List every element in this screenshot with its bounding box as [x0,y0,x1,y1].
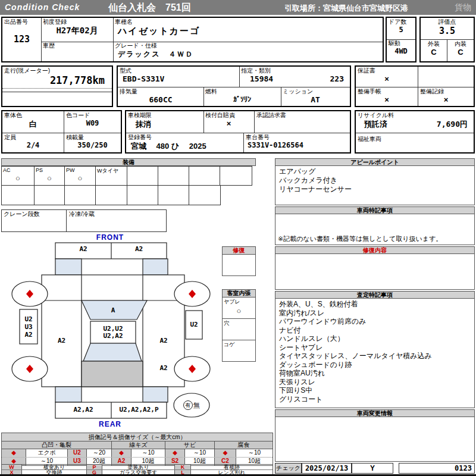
welfare-label: 福祉車両 [356,135,474,143]
model-label: 車種名 [113,18,385,26]
equipment-cell-ps: PS ○ [34,166,65,186]
special-notes-disclaimer: ※記載のない書類・機器等は無しとして取り扱います。 [278,234,442,243]
assessment-header: 査定特記事項 [275,291,475,299]
condition-check-sheet: Condition Check 仙台入札会 751回 引取場所：宮城県仙台市宮城… [0,0,476,476]
approval-label: 承認請求書 [255,111,350,119]
equipment-cell-pw: PW ○ [64,166,96,186]
documents-box: 保証書 × 整備手帳 × 整備記録 × [355,65,475,107]
equipment-label: Wタイヤ [96,167,127,176]
equipment-mark: ○ [2,174,34,183]
assessment-item: ハンドルスレ（大） [279,334,471,343]
equipment-cell-empty [1,185,35,205]
spare-tire-has-circled: 有 [183,400,193,410]
diagram-left-door: A2 [42,337,82,345]
inspection-expiry-cell: 車検期限 抹消 [126,111,203,133]
warranty-value: × [356,74,418,83]
diagram-left-panel-code: A2 [20,331,37,339]
capacity-label: 定員 [2,133,64,141]
fuel-cell: 燃料 ｶﾞｿﾘﾝ [203,87,281,106]
mark-desc: 看板跡 [191,465,273,469]
assessment-item: グリスコート [279,395,471,404]
registration-box: 車検期限 抹消 検付自賠責 × 承認請求書 登録番号 宮城 480 ひ 2025… [125,110,351,154]
check-label-cell: チェック [275,463,302,474]
assessment-item: シートヤブレ [279,343,471,352]
history-label: 車歴 [41,42,113,49]
mark-desc: 板金あり [22,465,87,469]
assessment-item: パワーウインドウ前席のみ [279,317,471,326]
legend-desc: エクボ [26,449,68,457]
equipment-label: PS [35,167,64,174]
type-label: 型式 [118,67,239,74]
inspection-expiry-value: 抹消 [126,119,203,130]
interior-value: C [447,48,474,57]
legend-title: 損傷記号＆損傷サイズ（～最大cm） [2,433,273,441]
class-label: 指定・類別 [239,67,352,74]
appeal-item: リヤコーナーセンサー [279,185,471,194]
recycle-status: 預託済 [364,119,387,130]
maintenance-book-value: × [356,95,418,104]
fuel-label: 燃料 [203,87,281,95]
approval-cell: 承認請求書 [255,111,350,133]
crane-fridge-box: クレーン段数 冷凍/冷蔵 [1,209,167,232]
equipment-cell-empty [64,185,96,205]
mark-code: W [2,465,22,469]
legend-size: ～10 [236,449,273,457]
insurance-label: 検付自賠責 [203,111,254,119]
transmission-cell: ミッション AT [281,87,350,106]
header-bar: Condition Check 仙台入札会 751回 引取場所：宮城県仙台市宮城… [0,0,476,15]
warranty-cell: 保証書 × [356,67,418,87]
vehicle-table: 出品番号 123 初度登録 H27年02月 車歴 車種名 ハイゼットカーゴ グレ… [1,17,384,62]
diagram-rear-label: REAR [89,420,131,428]
insurance-value: × [203,119,254,128]
interior-label: 内装 [447,40,474,48]
drive-value: 4WD [387,47,415,55]
color-code-value: W09 [64,119,121,127]
insurance-cell: 検付自賠責 × [203,111,254,133]
check-inspector-cell: Y [352,463,393,474]
fuel-value: ｶﾞｿﾘﾝ [203,95,281,104]
diagram-left-panel-code: U3 [20,323,37,331]
repair-mini-body [222,255,256,276]
diagram-front-bumper-right: A2 [111,245,167,253]
drive-label: 駆動 [387,39,415,47]
spare-tire-none: 無 [193,401,200,410]
cabin-lining-header: 客室内張 [222,289,256,298]
equipment-label: PW [65,167,95,174]
chassis-number-cell: 車台番号 S331V-0126564 [244,133,350,152]
exterior-value: C [421,48,447,57]
first-registration-cell: 初度登録 H27年02月 [41,18,113,42]
diagram-roof-line2: U2,A2 [90,332,136,340]
registration-number-label: 登録番号 [126,133,243,141]
equipment-mark: ○ [65,174,95,183]
repair-mini-header: 修復 [222,246,256,255]
diagram-left-panel: U2 U3 A2 [20,315,37,339]
exterior-cell: 外装 C [421,40,447,61]
history-cell: 車歴 [41,42,113,61]
cabin-hole-label: 穴 [223,319,255,328]
special-notes-header: 車両特記事項 [275,206,475,214]
load-label: 積載量 [64,133,121,141]
maintenance-record-cell: 整備記録 × [418,87,474,106]
grade-cell: グレード・仕様 デラックス ４ＷＤ [113,42,385,61]
appeal-header: アピールポイント [275,158,475,166]
legend-code: U2 [68,449,87,457]
recycle-label: リサイクル料 [356,111,474,119]
transmission-label: ミッション [281,87,350,95]
cabin-tear-label: ヤブレ [223,298,255,306]
doors-value: 5 [387,26,415,34]
appeal-item: エアバッグ [279,167,471,176]
legend-size: ～10 [185,449,215,457]
maintenance-book-label: 整備手帳 [356,87,418,95]
body-color-value: 白 [2,119,64,130]
assessment-item: 外装A、U、S、鉄粉付着 [279,300,471,309]
equipment-cell-empty [127,166,158,186]
change-info-body [275,417,475,462]
special-notes-body: ※記載のない書類・機器等は無しとして取り扱います。 [275,214,475,245]
assessment-body: 外装A、U、S、鉄粉付着 室内汚れ/スレ パワーウインドウ前席のみ ナビ付 ハン… [275,299,475,408]
score-box: 評価点 3.5 外装 C 内装 C [419,17,475,62]
check-date-cell: 2025/02/13 [302,463,352,474]
class-sub-number: 223 [330,74,344,83]
diagram-rear-bumper-left: A2,A2 [55,406,111,414]
repair-contents-body [275,254,475,290]
displacement-cell: 排気量 660CC [118,87,203,106]
